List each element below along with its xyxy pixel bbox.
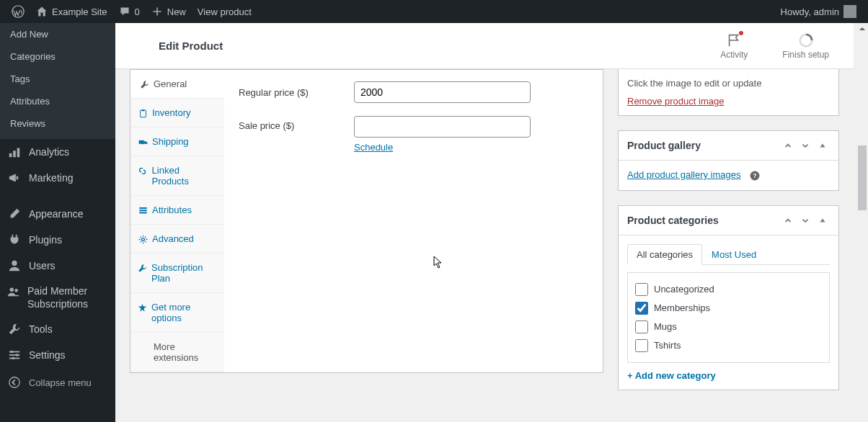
admin-bar: Example Site 0 New View product Howdy, a… [0, 0, 868, 23]
caret-up-icon[interactable] [815, 138, 830, 153]
svg-point-11 [16, 354, 19, 357]
product-categories-box: Product categories All categories Most U… [618, 205, 839, 390]
categories-title: Product categories [627, 215, 719, 226]
menu-tools[interactable]: Tools [0, 316, 115, 342]
menu-marketing[interactable]: Marketing [0, 165, 115, 191]
comments-count: 0 [135, 6, 140, 17]
sale-price-label: Sale price ($) [239, 116, 354, 131]
svg-rect-3 [17, 148, 20, 158]
main-content: General Inventory Shipping Linked Produc… [115, 69, 854, 422]
schedule-link[interactable]: Schedule [354, 142, 393, 153]
megaphone-icon [7, 171, 22, 185]
tab-advanced[interactable]: Advanced [130, 225, 224, 253]
menu-analytics[interactable]: Analytics [0, 139, 115, 165]
members-icon [7, 284, 20, 299]
submenu-attributes[interactable]: Attributes [0, 90, 115, 112]
chevron-up-icon[interactable] [781, 138, 795, 153]
flag-icon [726, 32, 742, 48]
site-name: Example Site [52, 6, 107, 17]
svg-point-5 [10, 288, 14, 292]
progress-circle-icon [798, 32, 814, 48]
svg-point-4 [12, 261, 17, 266]
scroll-up-arrow[interactable] [856, 23, 868, 35]
scrollbar-thumb[interactable] [858, 145, 867, 210]
tab-shipping[interactable]: Shipping [130, 127, 224, 156]
tab-general[interactable]: General [130, 70, 224, 99]
category-checkbox[interactable] [635, 283, 648, 296]
product-data-panel: General Inventory Shipping Linked Produc… [130, 69, 603, 373]
chevron-down-icon[interactable] [798, 138, 812, 153]
wrench-icon [138, 263, 147, 273]
submenu-tags[interactable]: Tags [0, 68, 115, 90]
chevron-down-icon[interactable] [798, 213, 812, 228]
category-label: Memberships [654, 302, 710, 313]
svg-rect-21 [139, 210, 146, 211]
tab-subscription-plan[interactable]: Subscription Plan [130, 253, 224, 293]
menu-appearance[interactable]: Appearance [0, 201, 115, 227]
plug-icon [7, 233, 22, 247]
tab-inventory[interactable]: Inventory [130, 99, 224, 127]
category-item: Tshirts [635, 336, 822, 355]
help-icon[interactable]: ? [749, 170, 761, 181]
svg-rect-2 [13, 151, 16, 157]
sale-price-input[interactable] [354, 116, 531, 138]
finish-setup-button[interactable]: Finish setup [772, 32, 839, 60]
tab-all-categories[interactable]: All categories [627, 244, 702, 265]
svg-rect-1 [9, 153, 12, 157]
add-gallery-link[interactable]: Add product gallery images [627, 169, 741, 180]
svg-point-19 [144, 143, 146, 145]
howdy-link[interactable]: Howdy, admin [775, 0, 862, 23]
svg-point-12 [12, 357, 14, 360]
tab-attributes[interactable]: Attributes [130, 196, 224, 225]
submenu-categories[interactable]: Categories [0, 45, 115, 68]
menu-pms[interactable]: Paid Member Subscriptions [0, 279, 115, 316]
menu-settings[interactable]: Settings [0, 342, 115, 368]
activity-button[interactable]: Activity [710, 32, 758, 60]
menu-collapse[interactable]: Collapse menu [0, 368, 115, 395]
general-panel: Regular price ($) Sale price ($) Schedul… [224, 70, 603, 372]
list-icon [138, 205, 148, 215]
menu-users[interactable]: Users [0, 253, 115, 279]
category-checkbox[interactable] [635, 320, 648, 333]
view-product-link[interactable]: View product [192, 0, 257, 23]
star-icon [138, 302, 147, 313]
svg-point-13 [9, 377, 19, 387]
new-link[interactable]: New [146, 0, 192, 23]
tab-get-more-options[interactable]: Get more options [130, 293, 224, 333]
vertical-scrollbar[interactable] [856, 23, 868, 422]
add-category-link[interactable]: + Add new category [627, 370, 716, 381]
submenu-add-new[interactable]: Add New [0, 23, 115, 45]
gallery-title: Product gallery [627, 140, 701, 151]
svg-rect-22 [139, 212, 146, 213]
category-checkbox[interactable] [635, 339, 648, 352]
tab-more-extensions[interactable]: More extensions [130, 333, 224, 372]
chevron-up-icon[interactable] [781, 213, 795, 228]
category-list: UncategorizedMembershipsMugsTshirts [627, 272, 830, 363]
analytics-icon [7, 145, 22, 159]
category-label: Uncategorized [654, 284, 714, 295]
product-image-box: Click the image to edit or update Remove… [618, 69, 839, 116]
avatar [843, 5, 856, 18]
collapse-icon [7, 375, 22, 390]
caret-up-icon[interactable] [815, 213, 830, 228]
menu-plugins[interactable]: Plugins [0, 227, 115, 253]
submenu-reviews[interactable]: Reviews [0, 112, 115, 139]
product-gallery-box: Product gallery Add product gallery imag… [618, 130, 839, 191]
tab-linked-products[interactable]: Linked Products [130, 156, 224, 196]
wp-logo[interactable] [6, 0, 30, 23]
comments-link[interactable]: 0 [113, 0, 146, 23]
gear-icon [138, 234, 148, 244]
page-header: Edit Product Activity Finish setup [115, 23, 854, 69]
category-item: Mugs [635, 318, 822, 336]
category-item: Uncategorized [635, 280, 822, 299]
remove-image-link[interactable]: Remove product image [627, 96, 724, 107]
svg-rect-17 [138, 140, 143, 143]
users-icon [7, 259, 22, 273]
sliders-icon [7, 348, 22, 362]
site-name-link[interactable]: Example Site [30, 0, 113, 23]
regular-price-input[interactable] [354, 81, 531, 103]
tab-most-used[interactable]: Most Used [702, 244, 766, 265]
category-checkbox[interactable] [635, 302, 648, 315]
brush-icon [7, 207, 22, 221]
regular-price-label: Regular price ($) [239, 87, 354, 98]
